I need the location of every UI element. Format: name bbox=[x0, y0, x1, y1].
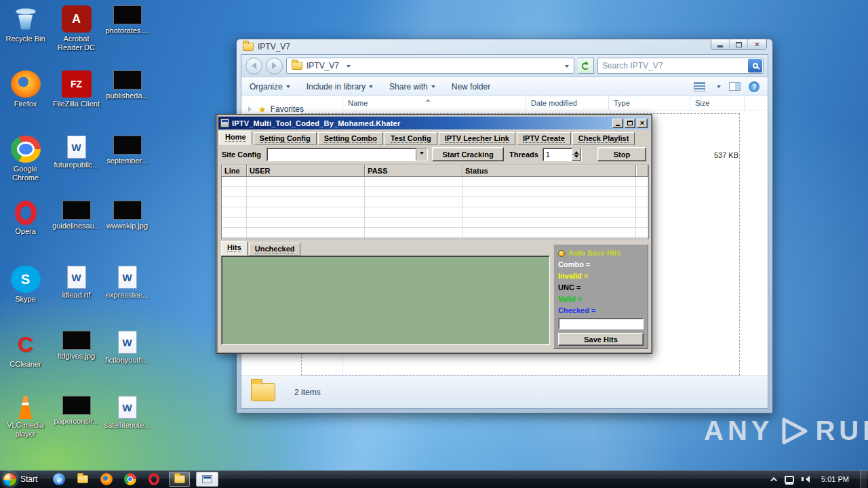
grid-column-user[interactable]: USER bbox=[247, 165, 365, 177]
views-dropdown-icon[interactable] bbox=[717, 85, 721, 90]
start-button[interactable]: Start bbox=[0, 470, 44, 488]
start-cracking-button[interactable]: Start Cracking bbox=[432, 147, 504, 161]
desktop-icon-image-file[interactable]: photorates.... bbox=[102, 4, 153, 69]
filezilla-icon bbox=[62, 70, 92, 98]
change-view-icon[interactable] bbox=[694, 82, 705, 92]
grid-column-status[interactable]: Status bbox=[462, 165, 636, 177]
taskbar-explorer[interactable] bbox=[74, 471, 92, 487]
grid-cell bbox=[462, 177, 636, 187]
desktop-icon-image-file[interactable]: ltdgives.jpg bbox=[51, 329, 102, 394]
refresh-button[interactable] bbox=[578, 58, 594, 74]
taskbar-firefox[interactable] bbox=[98, 471, 115, 487]
tab-iptv-leecher-link[interactable]: IPTV Leecher Link bbox=[439, 132, 515, 145]
search-input[interactable] bbox=[598, 61, 748, 70]
taskbar-window-explorer[interactable] bbox=[169, 472, 190, 487]
desktop-icon-image-file[interactable]: publisheda... bbox=[102, 69, 153, 134]
iptv-titlebar[interactable]: IPTV_Multi_Tool_Coded_By_Mohamed.Khater … bbox=[218, 117, 650, 129]
column-header-type[interactable]: Type bbox=[609, 96, 690, 110]
desktop-icon-skype[interactable]: Skype bbox=[0, 264, 51, 329]
tab-label: Check Playlist bbox=[578, 134, 629, 143]
desktop-icon-word-doc[interactable]: fictionyouth... bbox=[102, 329, 153, 394]
threads-stepper[interactable]: 1 bbox=[542, 148, 582, 161]
image-file-icon bbox=[113, 201, 142, 220]
toolbar-new-folder[interactable]: New folder bbox=[452, 82, 490, 92]
tab-check-playlist[interactable]: Check Playlist bbox=[572, 132, 635, 145]
tab-setting-config[interactable]: Setting Config bbox=[254, 132, 317, 145]
tab-home[interactable]: Home bbox=[219, 131, 252, 145]
tab-test-config[interactable]: Test Config bbox=[384, 132, 437, 145]
desktop-icon-image-file[interactable]: september... bbox=[102, 134, 153, 199]
desktop-icon-word-doc[interactable]: satellitenote... bbox=[102, 394, 153, 460]
help-icon[interactable]: ? bbox=[749, 81, 760, 92]
tab-setting-combo[interactable]: Setting Combo bbox=[318, 132, 383, 145]
hits-output-area[interactable] bbox=[221, 256, 550, 345]
minimize-button[interactable] bbox=[612, 119, 623, 128]
chevron-down-icon[interactable] bbox=[347, 65, 351, 70]
maximize-button[interactable] bbox=[625, 119, 635, 128]
volume-icon[interactable] bbox=[802, 476, 810, 483]
taskbar-internet-explorer[interactable]: e bbox=[50, 471, 68, 487]
dropdown-arrow-icon[interactable] bbox=[416, 148, 427, 161]
desktop-icon-opera[interactable]: Opera bbox=[0, 199, 51, 264]
desktop-icon-firefox[interactable]: Firefox bbox=[0, 69, 51, 134]
desktop-icon-image-file[interactable]: guidelinesau... bbox=[51, 199, 102, 264]
taskbar-clock[interactable]: 5:01 PM bbox=[817, 470, 853, 488]
save-hits-button[interactable]: Save Hits bbox=[558, 333, 644, 346]
desktop-icon-label: wwwskip.jpg bbox=[106, 222, 148, 230]
search-icon[interactable] bbox=[748, 59, 762, 73]
stepper-up-button[interactable] bbox=[572, 148, 581, 155]
column-header-size[interactable]: Size bbox=[690, 96, 745, 110]
stepper-down-button[interactable] bbox=[572, 155, 581, 161]
network-icon[interactable] bbox=[785, 476, 794, 483]
desktop-icon-vlc[interactable]: VLC media player bbox=[0, 394, 51, 460]
desktop-icon-word-doc[interactable]: idlead.rtf bbox=[51, 264, 102, 329]
hits-path-input[interactable] bbox=[558, 318, 644, 329]
result-tab-unchecked[interactable]: Unchecked bbox=[249, 243, 301, 256]
desktop-icon-image-file[interactable]: wwwskip.jpg bbox=[102, 199, 153, 264]
stop-button[interactable]: Stop bbox=[597, 147, 646, 161]
result-tab-hits[interactable]: Hits bbox=[221, 241, 248, 256]
taskbar-window-iptv-tool[interactable] bbox=[196, 472, 218, 487]
grid-cell bbox=[462, 187, 636, 197]
toolbar-share-with[interactable]: Share with bbox=[389, 82, 435, 92]
folder-icon bbox=[174, 475, 185, 483]
auto-save-checkbox[interactable] bbox=[558, 250, 565, 257]
site-config-dropdown[interactable] bbox=[267, 148, 428, 161]
grid-cell bbox=[636, 218, 648, 228]
tab-label: IPTV Create bbox=[523, 134, 565, 143]
desktop-icon-word-doc[interactable]: expresstee... bbox=[102, 264, 153, 329]
show-desktop-button[interactable] bbox=[861, 470, 867, 488]
minimize-button[interactable] bbox=[711, 39, 730, 49]
grid-column-line[interactable]: Line bbox=[222, 165, 247, 177]
toolbar-include-in-library[interactable]: Include in library bbox=[307, 82, 373, 92]
desktop-icon-ccleaner[interactable]: CCleaner bbox=[0, 329, 51, 394]
desktop-icon-word-doc[interactable]: futurepublic... bbox=[51, 134, 102, 199]
forward-button[interactable] bbox=[266, 58, 283, 75]
breadcrumb-item[interactable]: IPTV_V7 bbox=[307, 61, 339, 70]
taskbar-opera[interactable] bbox=[145, 471, 163, 487]
address-bar[interactable]: IPTV_V7 bbox=[286, 58, 574, 74]
desktop-icon-recycle-bin[interactable]: Recycle Bin bbox=[0, 4, 51, 69]
back-button[interactable] bbox=[245, 58, 262, 75]
close-button[interactable]: × bbox=[748, 39, 766, 49]
show-hidden-icons-button[interactable] bbox=[770, 476, 777, 483]
desktop-icon-filezilla[interactable]: FileZilla Client bbox=[51, 69, 102, 134]
sidebar-item-favorites[interactable]: ★ Favorites bbox=[248, 104, 342, 114]
preview-pane-icon[interactable] bbox=[729, 82, 741, 91]
explorer-titlebar[interactable]: IPTV_V7 bbox=[237, 39, 772, 54]
grid-cell bbox=[462, 218, 636, 228]
close-button[interactable]: × bbox=[637, 119, 648, 128]
grid-column-pass[interactable]: PASS bbox=[365, 165, 462, 177]
expander-icon[interactable] bbox=[248, 106, 254, 112]
desktop-icon-image-file[interactable]: paperconsir... bbox=[51, 394, 102, 460]
column-header-date-modified[interactable]: Date modified bbox=[526, 96, 609, 110]
tab-iptv-create[interactable]: IPTV Create bbox=[517, 132, 571, 145]
address-history-dropdown-icon[interactable] bbox=[565, 65, 569, 70]
grid-cell bbox=[222, 197, 247, 207]
toolbar-organize[interactable]: Organize bbox=[250, 82, 290, 92]
maximize-button[interactable] bbox=[730, 39, 748, 49]
taskbar-chrome[interactable] bbox=[121, 471, 139, 487]
desktop-icon-acrobat[interactable]: Acrobat Reader DC bbox=[51, 4, 102, 69]
column-header-name[interactable]: Name bbox=[343, 96, 526, 110]
desktop-icon-chrome[interactable]: Google Chrome bbox=[0, 134, 51, 199]
